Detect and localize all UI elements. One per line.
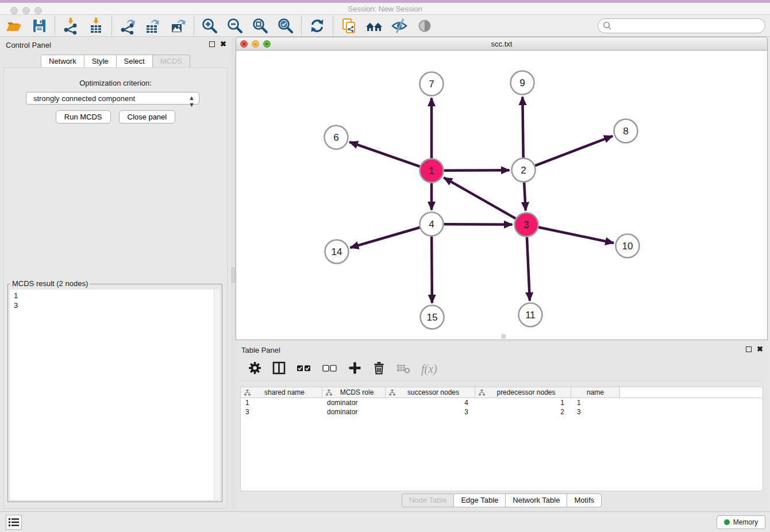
graph-node-6[interactable]: 6 xyxy=(325,126,348,149)
column-header-shared-name[interactable]: shared name xyxy=(241,387,322,398)
close-table-panel-icon[interactable]: ✖ xyxy=(757,346,763,352)
close-panel-icon[interactable]: ✖ xyxy=(220,41,226,47)
zoom-in-icon[interactable] xyxy=(201,17,219,35)
column-type-icon xyxy=(326,390,332,396)
column-header-mcds-role[interactable]: MCDS role xyxy=(322,387,386,398)
run-mcds-button[interactable]: Run MCDS xyxy=(56,110,111,124)
network-canvas[interactable]: 1234678910111415 xyxy=(236,51,768,340)
main-toolbar xyxy=(0,15,770,37)
graph-edge-1-2[interactable] xyxy=(444,170,509,171)
graph-node-7[interactable]: 7 xyxy=(420,72,444,96)
graph-node-10[interactable]: 10 xyxy=(616,234,640,258)
refresh-icon[interactable] xyxy=(308,17,326,35)
column-header-predecessor-nodes[interactable]: predecessor nodes xyxy=(475,387,571,398)
mcds-result-textarea[interactable]: 1 3 xyxy=(10,290,220,500)
graph-edge-2-8[interactable] xyxy=(535,136,613,166)
graph-edge-4-3[interactable] xyxy=(444,224,512,225)
column-type-icon xyxy=(479,390,485,396)
unselect-all-columns-icon[interactable] xyxy=(322,361,337,377)
mcds-result-title: MCDS result (2 nodes) xyxy=(10,279,90,288)
graph-node-15[interactable]: 15 xyxy=(421,306,444,329)
control-panel-title: Control Panel xyxy=(6,41,51,49)
graph-node-11[interactable]: 11 xyxy=(519,303,542,327)
toolbar-separator xyxy=(55,17,55,35)
mcds-result-line: 3 xyxy=(14,300,216,310)
column-header-name[interactable]: name xyxy=(571,387,620,398)
tab-network-table[interactable]: Network Table xyxy=(506,494,567,507)
graph-node-1[interactable]: 1 xyxy=(420,159,444,183)
panel-splitter[interactable] xyxy=(231,37,236,511)
tab-node-table[interactable]: Node Table xyxy=(402,494,455,507)
graph-node-label: 7 xyxy=(429,79,434,90)
show-graphics-details-icon[interactable] xyxy=(415,17,434,35)
graph-node-4[interactable]: 4 xyxy=(420,213,444,236)
table-panel: Table Panel ✖ f(x) xyxy=(236,342,768,510)
toolbar-separator xyxy=(333,17,333,35)
select-all-columns-icon[interactable] xyxy=(297,361,311,377)
export-image-icon[interactable] xyxy=(169,17,187,35)
zoom-out-icon[interactable] xyxy=(226,17,244,35)
mcds-result-group: MCDS result (2 nodes) 1 3 xyxy=(7,284,222,502)
cell-predecessor-nodes[interactable]: 2 xyxy=(475,408,571,416)
graph-edge-3-10[interactable] xyxy=(538,227,614,243)
cell-predecessor-nodes[interactable]: 1 xyxy=(475,399,571,407)
float-table-panel-icon[interactable] xyxy=(746,346,752,352)
memory-button[interactable]: Memory xyxy=(717,515,765,529)
splitter-handle[interactable] xyxy=(232,268,235,283)
cell-shared-name[interactable]: 3 xyxy=(241,408,322,416)
close-panel-button[interactable]: Close panel xyxy=(119,110,176,124)
column-header-successor-nodes[interactable]: successor nodes xyxy=(386,387,475,398)
cell-shared-name[interactable]: 1 xyxy=(241,399,322,407)
graph-node-3[interactable]: 3 xyxy=(515,213,538,237)
graph-edge-2-9[interactable] xyxy=(522,97,523,157)
tab-network[interactable]: Network xyxy=(41,55,84,68)
float-panel-icon[interactable] xyxy=(209,41,215,47)
criterion-select[interactable]: strongly connected component ▲▼ xyxy=(26,92,199,105)
status-bar: Memory xyxy=(0,511,770,532)
graph-edge-3-11[interactable] xyxy=(527,237,530,300)
graph-edge-4-15[interactable] xyxy=(432,236,432,303)
search-input[interactable] xyxy=(598,18,765,33)
export-network-icon[interactable] xyxy=(118,17,137,35)
hide-graphics-details-icon[interactable] xyxy=(390,17,409,35)
table-row[interactable]: 1 dominator 4 1 1 xyxy=(241,398,763,407)
import-network-icon[interactable] xyxy=(61,17,80,35)
graph-edge-2-3[interactable] xyxy=(524,182,526,210)
clone-network-icon[interactable] xyxy=(340,17,358,35)
tab-select[interactable]: Select xyxy=(117,55,153,68)
delete-column-icon[interactable] xyxy=(372,361,386,377)
show-column-icon[interactable] xyxy=(272,361,286,377)
table-settings-gear-icon[interactable] xyxy=(248,361,261,377)
table-row[interactable]: 3 dominator 3 2 3 xyxy=(241,407,763,417)
cell-name[interactable]: 3 xyxy=(571,408,620,416)
zoom-fit-icon[interactable] xyxy=(251,17,270,35)
create-column-icon[interactable] xyxy=(348,361,361,377)
zoom-selected-icon[interactable] xyxy=(276,17,295,35)
cell-successor-nodes[interactable]: 3 xyxy=(386,408,475,416)
home-icon[interactable] xyxy=(365,17,383,35)
graph-node-9[interactable]: 9 xyxy=(511,71,534,95)
open-file-icon[interactable] xyxy=(5,17,23,35)
graph-node-14[interactable]: 14 xyxy=(325,240,349,264)
export-table-icon[interactable] xyxy=(144,17,162,35)
cell-successor-nodes[interactable]: 4 xyxy=(386,399,475,407)
tab-edge-table[interactable]: Edge Table xyxy=(454,494,506,507)
cell-mcds-role[interactable]: dominator xyxy=(322,399,386,407)
graph-edge-1-6[interactable] xyxy=(349,142,420,167)
canvas-resize-handle[interactable] xyxy=(502,334,506,338)
network-title: scc.txt xyxy=(236,40,767,48)
tab-motifs[interactable]: Motifs xyxy=(567,494,602,507)
tab-mcds[interactable]: MCDS xyxy=(153,55,190,68)
network-window-titlebar[interactable]: ✕ − + scc.txt xyxy=(236,37,768,51)
save-icon[interactable] xyxy=(30,17,48,35)
cell-name[interactable]: 1 xyxy=(571,399,620,407)
graph-edge-4-14[interactable] xyxy=(351,228,420,248)
import-table-icon[interactable] xyxy=(87,17,105,35)
result-scrollbar[interactable] xyxy=(214,290,220,500)
graph-node-2[interactable]: 2 xyxy=(512,159,536,182)
graph-node-8[interactable]: 8 xyxy=(614,119,638,143)
tab-style[interactable]: Style xyxy=(84,55,117,68)
cell-mcds-role[interactable]: dominator xyxy=(322,408,386,416)
task-history-button[interactable] xyxy=(6,515,22,530)
graph-edge-3-1[interactable] xyxy=(444,178,515,218)
